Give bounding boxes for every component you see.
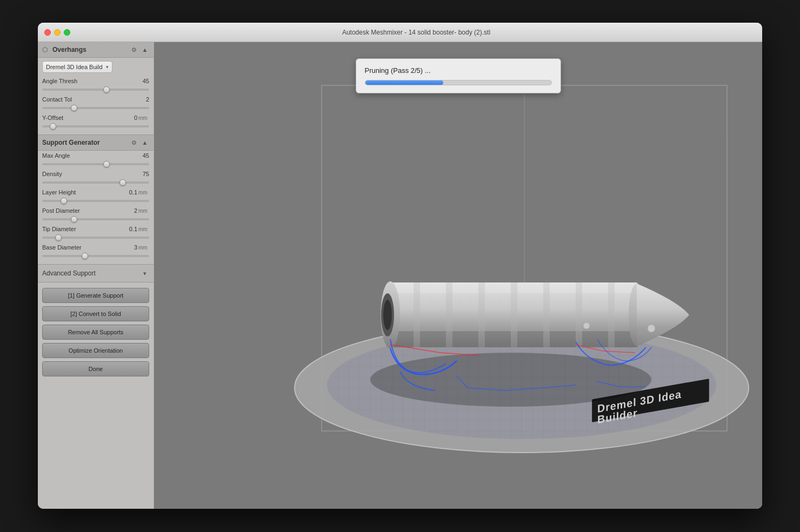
contact-tol-row: Contact Tol 2 [38, 95, 154, 104]
progress-bar-fill [365, 80, 443, 85]
angle-thresh-track [42, 89, 149, 91]
density-value: 75 [134, 171, 149, 177]
support-gen-collapse-icon[interactable]: ▲ [141, 138, 149, 147]
post-diameter-unit: mm [138, 208, 149, 214]
tip-diameter-slider[interactable] [38, 234, 154, 243]
svg-rect-18 [414, 282, 420, 347]
maximize-button[interactable] [64, 29, 70, 36]
svg-point-29 [648, 325, 655, 332]
title-bar: Autodesk Meshmixer - 14 solid booster- b… [38, 23, 762, 42]
contact-tol-label: Contact Tol [42, 96, 134, 103]
close-button[interactable] [44, 29, 51, 36]
svg-rect-24 [608, 282, 615, 347]
generate-support-button[interactable]: [1] Generate Support [42, 288, 149, 303]
base-diameter-value: 3 [122, 244, 137, 251]
tip-diameter-track [42, 237, 149, 239]
y-offset-track [42, 125, 149, 127]
max-angle-thumb[interactable] [103, 161, 110, 167]
printer-dropdown[interactable]: Dremel 3D Idea Build ▾ [42, 61, 112, 73]
svg-rect-19 [446, 282, 452, 347]
base-diameter-label: Base Diameter [42, 244, 122, 251]
tip-diameter-thumb[interactable] [55, 234, 62, 241]
chevron-down-icon: ▾ [106, 64, 109, 70]
layer-height-track [42, 200, 149, 202]
contact-tol-slider[interactable] [38, 104, 154, 113]
printer-dropdown-row: Dremel 3D Idea Build ▾ [38, 58, 154, 76]
support-gen-controls: ⚙ ▲ [130, 138, 149, 147]
density-thumb[interactable] [119, 179, 126, 186]
progress-bar-track [365, 80, 552, 85]
contact-tol-track [42, 107, 149, 109]
y-offset-thumb[interactable] [50, 123, 56, 130]
y-offset-value: 0 [122, 115, 137, 121]
base-diameter-track [42, 255, 149, 257]
svg-rect-20 [478, 282, 485, 347]
max-angle-slider[interactable] [38, 160, 154, 169]
contact-tol-value: 2 [134, 96, 149, 103]
y-offset-row: Y-Offset 0 mm [38, 113, 154, 123]
max-angle-row: Max Angle 45 [38, 151, 154, 160]
density-slider[interactable] [38, 179, 154, 187]
overhangs-settings-icon[interactable]: ⚙ [130, 45, 138, 54]
y-offset-slider[interactable] [38, 123, 154, 131]
application-window: Autodesk Meshmixer - 14 solid booster- b… [38, 23, 762, 509]
tip-diameter-value: 0.1 [122, 226, 137, 232]
post-diameter-slider[interactable] [38, 216, 154, 224]
viewport[interactable]: Pruning (Pass 2/5) ... [154, 42, 762, 509]
layer-height-label: Layer Height [42, 189, 122, 196]
layer-height-thumb[interactable] [61, 198, 67, 204]
angle-thresh-thumb[interactable] [103, 86, 110, 93]
remove-supports-button[interactable]: Remove All Supports [42, 325, 149, 340]
post-diameter-thumb[interactable] [71, 216, 77, 223]
optimize-orientation-button[interactable]: Optimize Orientation [42, 343, 149, 358]
minimize-button[interactable] [54, 29, 61, 36]
density-track [42, 181, 149, 184]
tip-diameter-row: Tip Diameter 0.1 mm [38, 224, 154, 234]
layer-height-value: 0.1 [122, 189, 137, 196]
max-angle-value: 45 [134, 152, 149, 159]
post-diameter-track [42, 218, 149, 220]
svg-point-14 [370, 353, 651, 407]
angle-thresh-value: 45 [134, 78, 149, 84]
convert-solid-button[interactable]: [2] Convert to Solid [42, 306, 149, 321]
advanced-support-row[interactable]: Advanced Support ▾ [38, 265, 154, 282]
printer-dropdown-label: Dremel 3D Idea Build [46, 64, 103, 70]
advanced-support-expand-icon[interactable]: ▾ [141, 269, 149, 278]
progress-title: Pruning (Pass 2/5) ... [365, 66, 552, 75]
base-diameter-thumb[interactable] [82, 253, 88, 259]
support-gen-title: Support Generator [42, 139, 130, 146]
buttons-section: [1] Generate Support [2] Convert to Soli… [38, 282, 154, 382]
angle-thresh-slider[interactable] [38, 86, 154, 95]
3d-scene: Dremel 3D Idea Builder [154, 42, 762, 509]
max-angle-track [42, 163, 149, 165]
y-offset-label: Y-Offset [42, 115, 122, 121]
y-offset-unit: mm [138, 115, 149, 121]
sidebar: ⬡ Overhangs ⚙ ▲ Dremel 3D Idea Build ▾ A… [38, 42, 154, 509]
angle-thresh-label: Angle Thresh [42, 78, 134, 84]
support-gen-header: Support Generator ⚙ ▲ [38, 135, 154, 151]
contact-tol-thumb[interactable] [71, 105, 77, 111]
overhangs-title: Overhangs [52, 46, 130, 53]
post-diameter-label: Post Diameter [42, 207, 122, 214]
content-area: ⬡ Overhangs ⚙ ▲ Dremel 3D Idea Build ▾ A… [38, 42, 762, 509]
svg-rect-23 [576, 282, 582, 347]
support-gen-settings-icon[interactable]: ⚙ [130, 138, 138, 147]
layer-height-slider[interactable] [38, 197, 154, 206]
layer-height-unit: mm [138, 190, 149, 196]
base-diameter-unit: mm [138, 245, 149, 251]
svg-rect-22 [543, 282, 550, 347]
done-button[interactable]: Done [42, 361, 149, 376]
progress-dialog: Pruning (Pass 2/5) ... [356, 58, 561, 93]
base-diameter-slider[interactable] [38, 252, 154, 261]
support-generator-section: Support Generator ⚙ ▲ Max Angle 45 [38, 135, 154, 265]
tip-diameter-unit: mm [138, 226, 149, 232]
overhangs-controls: ⚙ ▲ [130, 45, 149, 54]
angle-thresh-row: Angle Thresh 45 [38, 76, 154, 86]
max-angle-label: Max Angle [42, 152, 134, 159]
overhangs-icon: ⬡ [42, 46, 50, 53]
svg-point-30 [583, 322, 590, 329]
overhangs-collapse-icon[interactable]: ▲ [141, 45, 149, 54]
base-diameter-row: Base Diameter 3 mm [38, 243, 154, 252]
density-row: Density 75 [38, 169, 154, 179]
traffic-lights [44, 29, 70, 36]
